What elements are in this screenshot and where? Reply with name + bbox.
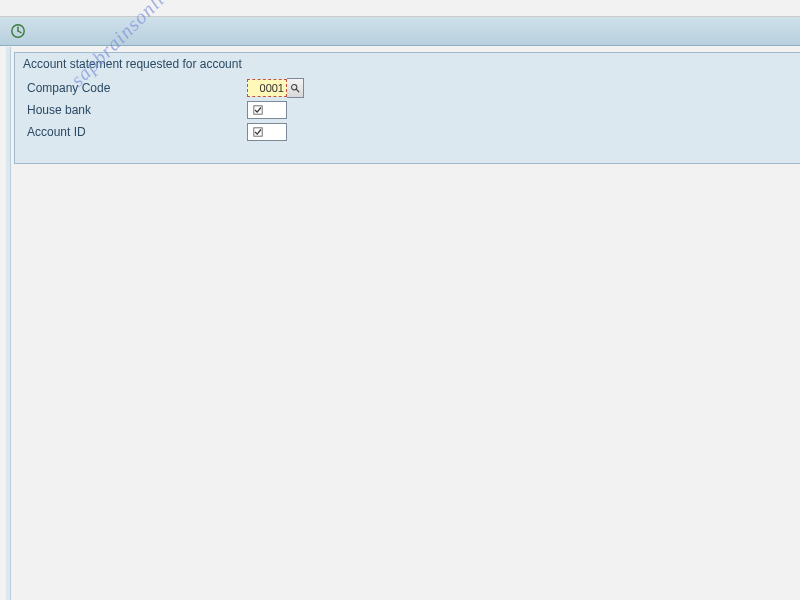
required-check-icon	[252, 126, 264, 138]
row-house-bank: House bank	[15, 99, 800, 121]
account-id-input[interactable]	[247, 123, 287, 141]
menu-bar	[0, 0, 800, 17]
svg-rect-6	[254, 128, 262, 136]
input-wrap-house-bank	[247, 101, 287, 119]
svg-line-4	[296, 89, 299, 92]
label-house-bank: House bank	[27, 103, 247, 117]
application-toolbar	[0, 17, 800, 46]
svg-rect-5	[254, 106, 262, 114]
label-company-code: Company Code	[27, 81, 247, 95]
left-margin-stripe	[6, 47, 11, 600]
input-wrap-account-id	[247, 123, 287, 141]
clock-execute-icon	[10, 23, 26, 39]
label-account-id: Account ID	[27, 125, 247, 139]
input-wrap-company-code	[247, 78, 304, 98]
svg-line-2	[18, 31, 21, 33]
account-statement-groupbox: Account statement requested for account …	[14, 52, 800, 164]
groupbox-title: Account statement requested for account	[15, 53, 800, 77]
app-root: Account statement requested for account …	[0, 0, 800, 600]
search-help-icon	[290, 83, 300, 93]
row-company-code: Company Code	[15, 77, 800, 99]
row-account-id: Account ID	[15, 121, 800, 143]
execute-button[interactable]	[10, 23, 26, 39]
house-bank-input[interactable]	[247, 101, 287, 119]
content-area: Account statement requested for account …	[0, 46, 800, 164]
required-check-icon	[252, 104, 264, 116]
company-code-f4-button[interactable]	[287, 78, 304, 98]
company-code-input[interactable]	[247, 79, 287, 97]
